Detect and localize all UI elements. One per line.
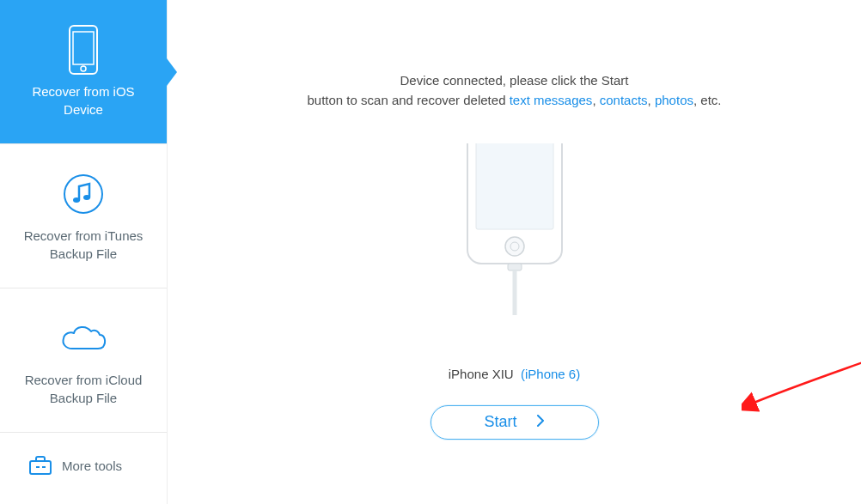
svg-point-2: [81, 66, 86, 71]
cloud-icon: [58, 313, 108, 363]
sidebar-item-itunes[interactable]: Recover from iTunes Backup File: [0, 144, 167, 288]
link-photos[interactable]: photos: [655, 93, 693, 107]
svg-rect-13: [508, 264, 522, 270]
svg-rect-10: [476, 143, 553, 229]
instruction-text: Device connected, please click the Start…: [307, 70, 721, 111]
sidebar-item-label: Recover from iOS Device: [0, 83, 167, 118]
start-button-label: Start: [484, 413, 516, 431]
link-contacts[interactable]: contacts: [600, 93, 648, 107]
sidebar-item-label: Recover from iCloud Backup File: [0, 372, 167, 407]
toolbox-icon: [29, 456, 52, 477]
device-name: iPhone XIU: [449, 367, 514, 381]
svg-rect-1: [73, 32, 94, 64]
sidebar-item-icloud[interactable]: Recover from iCloud Backup File: [0, 288, 167, 433]
sidebar-item-label: Recover from iTunes Backup File: [0, 228, 167, 263]
svg-point-11: [505, 237, 524, 256]
device-info: iPhone XIU (iPhone 6): [449, 367, 580, 381]
svg-rect-6: [30, 461, 51, 474]
device-illustration: [455, 143, 575, 315]
svg-rect-8: [42, 466, 46, 468]
svg-point-4: [73, 197, 80, 203]
svg-rect-7: [36, 466, 40, 468]
instruction-line2: button to scan and recover deleted text …: [307, 90, 721, 110]
music-disc-icon: [62, 169, 105, 219]
svg-point-5: [83, 195, 90, 200]
instruction-line1: Device connected, please click the Start: [307, 70, 721, 90]
main-panel: Device connected, please click the Start…: [168, 0, 861, 504]
chevron-right-icon: [536, 415, 545, 430]
sidebar: Recover from iOS Device Recover from iTu…: [0, 0, 168, 504]
svg-point-3: [64, 175, 102, 213]
sidebar-item-label: More tools: [62, 458, 122, 475]
device-model: (iPhone 6): [521, 367, 580, 381]
svg-rect-14: [512, 270, 516, 315]
phone-icon: [69, 25, 98, 75]
start-button[interactable]: Start: [430, 405, 599, 440]
annotation-arrow-icon: [742, 343, 861, 421]
link-text-messages[interactable]: text messages: [510, 93, 593, 107]
sidebar-item-more-tools[interactable]: More tools: [0, 433, 167, 500]
sidebar-item-ios-device[interactable]: Recover from iOS Device: [0, 0, 167, 144]
